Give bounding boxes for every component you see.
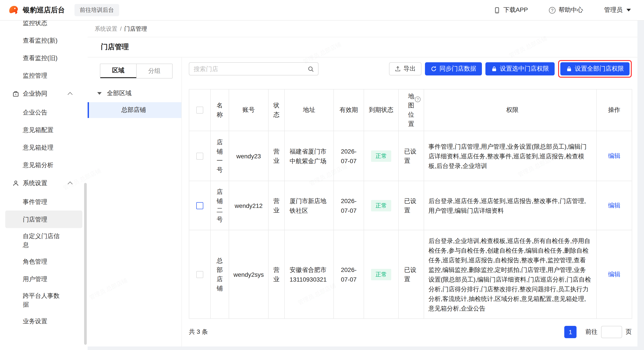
sidebar-item-store-manage[interactable]: 门店管理	[5, 211, 82, 228]
sidebar-item-feedback-analysis[interactable]: 意见箱分析	[0, 156, 88, 174]
sidebar-item-user-manage[interactable]: 用户管理	[0, 270, 88, 288]
sidebar-scrollbar-thumb[interactable]	[84, 183, 87, 345]
sidebar-group-system-settings[interactable]: 系统设置	[0, 174, 88, 193]
store-validity: 2026-07-07	[338, 265, 359, 284]
col-address: 地址	[284, 89, 334, 131]
select-all-checkbox[interactable]	[196, 107, 203, 114]
sidebar-item-enterprise-announcement[interactable]: 企业公告	[0, 103, 88, 121]
sync-icon	[431, 66, 437, 72]
edit-link[interactable]: 编辑	[608, 270, 620, 277]
download-app-label: 下载APP	[503, 6, 528, 14]
search-input[interactable]	[189, 65, 303, 72]
status-badge: 正常	[371, 269, 391, 280]
sidebar-item-label: 用户管理	[23, 275, 47, 283]
sidebar-item-cross-platform-hr[interactable]: 跨平台人事数据	[0, 288, 88, 312]
page-title: 门店管理	[88, 37, 638, 57]
sidebar-item-event-manage[interactable]: 事件管理	[0, 193, 88, 211]
store-address: 福建省厦门市中航紫金广场	[285, 146, 334, 165]
col-name: 名称	[216, 101, 223, 119]
region-panel: 区域 分组 全部区域 总部店铺	[88, 57, 182, 346]
export-button[interactable]: 导出	[389, 62, 422, 75]
store-account: wendy2sys	[229, 230, 268, 319]
download-app-button[interactable]: 下载APP	[494, 6, 528, 14]
edit-link[interactable]: 编辑	[608, 152, 620, 159]
sidebar-group-label: 系统设置	[23, 180, 47, 187]
store-status: 营业	[273, 196, 280, 215]
sidebar-item-label: 角色管理	[23, 257, 47, 266]
sidebar-item-label: 业务设置	[23, 317, 47, 325]
sidebar-item-custom-store-info[interactable]: 自定义门店信息	[0, 228, 88, 253]
tab-group[interactable]: 分组	[136, 64, 172, 78]
sidebar-item-label: 监控管理	[23, 71, 47, 80]
region-tree: 全部区域 总部店铺	[88, 87, 181, 118]
goto-label: 前往	[585, 328, 598, 336]
status-badge: 正常	[371, 200, 391, 211]
row-checkbox[interactable]	[196, 202, 203, 209]
chevron-up-icon	[68, 182, 73, 187]
store-permissions: 事件管理,门店管理,用户管理,业务设置(限总部员工),编辑门店详细资料,巡店任务…	[424, 139, 596, 173]
user-menu[interactable]: 管理员	[604, 6, 631, 14]
sidebar-item-monitor-manage[interactable]: 监控管理	[0, 67, 88, 84]
store-name: 店铺二号	[216, 187, 223, 224]
store-account: wendy23	[229, 131, 268, 181]
user-name: 管理员	[604, 6, 622, 14]
row-checkbox[interactable]	[196, 152, 203, 159]
export-label: 导出	[404, 65, 416, 73]
sidebar-item-monitor-status[interactable]: 监控状态	[0, 21, 88, 32]
go-training-button[interactable]: 前往培训后台	[74, 4, 119, 16]
store-address: 厦门市新店地铁社区	[285, 196, 334, 215]
user-gear-icon	[12, 180, 19, 187]
sync-stores-button[interactable]: 同步门店数据	[425, 62, 482, 75]
sidebar-menu: 监控状态 查看监控(新) 查看监控(旧) 监控管理 企业协同 企业公告 意见箱配…	[0, 21, 88, 330]
help-center-button[interactable]: ? 帮助中心	[549, 6, 583, 14]
lock-icon	[566, 66, 572, 72]
store-permissions: 后台登录,企业培训,检查模板,巡店任务,所有自检任务,停用自检任务,参与自检任务…	[424, 233, 596, 315]
sidebar-item-view-monitor-old[interactable]: 查看监控(旧)	[0, 49, 88, 67]
lock-icon	[491, 66, 497, 72]
map-status: 已设置	[404, 265, 418, 284]
tree-root-label: 全部区域	[107, 89, 132, 97]
tab-region[interactable]: 区域	[100, 64, 136, 78]
breadcrumb-parent[interactable]: 系统设置	[95, 25, 118, 33]
set-all-permissions-button[interactable]: 设置全部门店权限	[560, 62, 630, 75]
map-status: 已设置	[404, 196, 418, 215]
col-map-location: 地图位置	[408, 92, 415, 128]
sidebar-item-feedback-handle[interactable]: 意见箱处理	[0, 139, 88, 156]
tree-caret-icon	[97, 92, 102, 95]
phone-icon	[494, 7, 500, 13]
briefcase-icon	[12, 90, 19, 97]
search-icon[interactable]	[303, 66, 318, 72]
page-1-button[interactable]: 1	[564, 326, 576, 338]
breadcrumb-separator: /	[120, 26, 122, 32]
sidebar-item-feedback-config[interactable]: 意见箱配置	[0, 121, 88, 139]
sidebar-item-label: 监控状态	[23, 21, 47, 27]
col-expire-status: 到期状态	[364, 89, 398, 131]
col-actions: 操作	[596, 89, 632, 131]
edit-link[interactable]: 编辑	[608, 202, 620, 209]
set-selected-permissions-button[interactable]: 设置选中门店权限	[486, 62, 555, 75]
sidebar-group-enterprise-collab[interactable]: 企业协同	[0, 84, 88, 103]
sidebar-group-label: 企业协同	[23, 90, 47, 98]
caret-down-icon	[626, 9, 631, 12]
status-badge: 正常	[371, 150, 391, 162]
col-validity: 有效期	[334, 89, 364, 131]
page-jump-input[interactable]	[601, 326, 622, 338]
store-validity: 2026-07-07	[338, 146, 359, 165]
col-account: 账号	[229, 89, 268, 131]
tree-node-hq-store[interactable]: 总部店铺	[88, 102, 181, 118]
map-help-icon[interactable]: ?	[415, 96, 420, 102]
panel-tabs: 区域 分组	[100, 64, 172, 79]
sidebar-item-label: 自定义门店信息	[23, 232, 61, 249]
sidebar-item-business-settings[interactable]: 业务设置	[0, 312, 88, 330]
tree-child-label: 总部店铺	[121, 106, 146, 114]
row-checkbox[interactable]	[196, 271, 203, 278]
table-header-row: 名称 账号 状态 地址 有效期 到期状态 地图位置 ? 权限 操作	[189, 89, 632, 131]
store-search	[189, 62, 318, 75]
sidebar-item-view-monitor-new[interactable]: 查看监控(新)	[0, 32, 88, 49]
help-icon: ?	[549, 7, 556, 13]
set-selected-label: 设置选中门店权限	[500, 65, 549, 73]
sidebar-item-label: 事件管理	[23, 197, 47, 206]
tree-node-all-regions[interactable]: 全部区域	[88, 87, 181, 100]
sidebar-item-role-manage[interactable]: 角色管理	[0, 253, 88, 270]
store-name: 店铺一号	[216, 137, 223, 174]
